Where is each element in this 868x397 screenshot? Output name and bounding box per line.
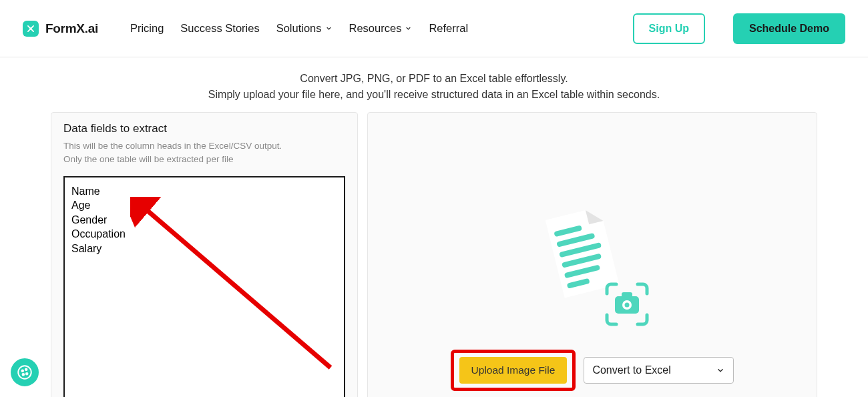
svg-point-16 <box>25 368 27 370</box>
svg-point-15 <box>21 370 23 372</box>
upload-illustration <box>539 210 646 323</box>
chevron-down-icon <box>716 366 725 375</box>
svg-point-12 <box>625 302 630 307</box>
nav-pricing[interactable]: Pricing <box>130 22 164 35</box>
header: FormX.ai Pricing Success Stories Solutio… <box>0 0 868 57</box>
hero-line2: Simply upload your file here, and you'll… <box>0 87 868 103</box>
cookie-settings-button[interactable] <box>11 358 39 386</box>
cookie-icon <box>16 364 33 381</box>
nav-resources-label: Resources <box>349 22 402 35</box>
convert-format-select[interactable]: Convert to Excel <box>584 357 734 384</box>
svg-point-17 <box>26 373 28 375</box>
main-nav: Pricing Success Stories Solutions Resour… <box>130 22 468 35</box>
nav-success-stories[interactable]: Success Stories <box>180 22 259 35</box>
logo[interactable]: FormX.ai <box>23 21 98 37</box>
chevron-down-icon <box>405 25 412 32</box>
hero-text: Convert JPG, PNG, or PDF to an Excel tab… <box>0 57 868 112</box>
hero-line1: Convert JPG, PNG, or PDF to an Excel tab… <box>0 71 868 87</box>
camera-scan-icon <box>603 280 651 328</box>
annotation-highlight-box: Upload Image File <box>451 350 576 391</box>
svg-point-18 <box>23 374 25 376</box>
upload-panel: Upload Image File Convert to Excel We ac… <box>367 112 817 397</box>
brand-text: FormX.ai <box>45 21 98 36</box>
svg-point-2 <box>30 27 32 29</box>
logo-icon <box>23 21 39 37</box>
nav-resources[interactable]: Resources <box>349 22 413 35</box>
convert-format-selected: Convert to Excel <box>592 364 670 376</box>
svg-point-14 <box>18 366 31 379</box>
schedule-demo-button[interactable]: Schedule Demo <box>733 13 845 44</box>
fields-panel: Data fields to extract This will be the … <box>51 112 358 397</box>
chevron-down-icon <box>325 25 333 32</box>
nav-solutions[interactable]: Solutions <box>276 22 333 35</box>
sign-up-button[interactable]: Sign Up <box>633 13 705 44</box>
upload-image-button[interactable]: Upload Image File <box>459 357 568 384</box>
fields-hint: This will be the column heads in the Exc… <box>63 139 345 167</box>
fields-textarea[interactable] <box>63 176 345 398</box>
nav-solutions-label: Solutions <box>276 22 322 35</box>
fields-title: Data fields to extract <box>63 122 345 135</box>
svg-rect-10 <box>622 292 632 298</box>
nav-referral[interactable]: Referral <box>429 22 468 35</box>
